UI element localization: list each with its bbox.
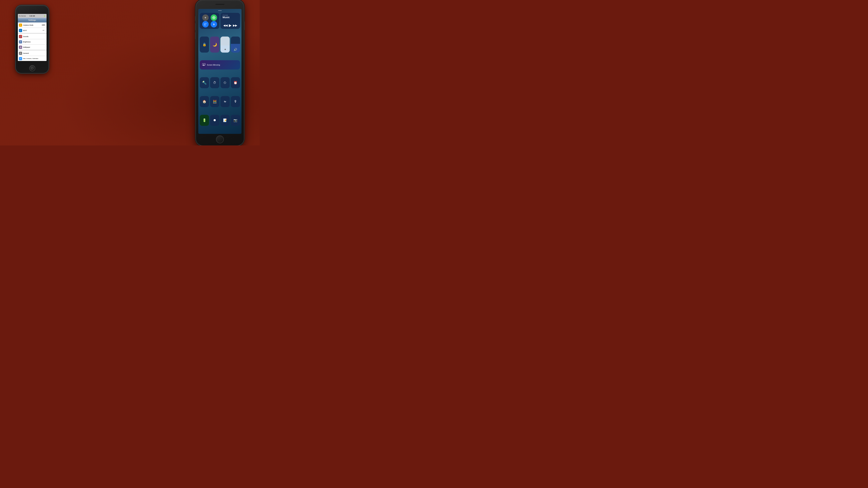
settings-title: Settings (28, 19, 36, 21)
torch-btn[interactable]: 🔦 (200, 77, 209, 88)
volume-icon: 🔊 (234, 48, 237, 51)
rewind-button[interactable]: ◀◀ (223, 24, 227, 27)
wifi-btn[interactable]: ((° (202, 21, 209, 27)
screen-record-btn[interactable]: ⏺ (210, 115, 219, 126)
lock-rotation-btn[interactable]: 🔒 (200, 36, 209, 53)
wifi-chevron: › (45, 30, 45, 31)
brightness-item[interactable]: ☀ Brightness › (18, 39, 46, 44)
alarm-icon: ⏰ (234, 81, 237, 85)
brightness-btn[interactable]: ✦ (220, 36, 230, 53)
screen-record-icon: ⏺ (213, 118, 216, 122)
wifi-icon: ((° (204, 23, 207, 26)
sounds-chevron: › (45, 36, 45, 37)
stopwatch-btn[interactable]: ⏲ (220, 77, 230, 88)
battery-icon: 🔋 (44, 15, 45, 17)
mail-label: Mail, Contacts, Calendars (23, 58, 45, 59)
brightness-icon: ☀ (19, 40, 22, 43)
control-center-grid: ✈ (200, 13, 240, 132)
wifi-label: Wi-Fi (23, 30, 42, 31)
fast-forward-button[interactable]: ▶▶ (233, 24, 237, 27)
timer-btn[interactable]: ⏱ (210, 77, 219, 88)
play-button[interactable]: ▶ (229, 23, 231, 27)
svg-marker-9 (203, 64, 204, 65)
power-button[interactable] (244, 22, 245, 30)
settings-list: ✈ Airplane Mode OFF ((° Wi-Fi Off › (18, 23, 46, 61)
stopwatch-icon: ⏲ (223, 81, 227, 85)
airplane-mode-item[interactable]: ✈ Airplane Mode OFF (18, 23, 46, 28)
camera-icon: 📷 (234, 118, 237, 122)
notes-btn[interactable]: 📝 (220, 115, 230, 126)
home-app-btn[interactable]: 🏠 (200, 96, 209, 107)
screen-mirror-btn[interactable]: Screen Mirroring (200, 60, 240, 69)
alarm-btn[interactable]: ⏰ (231, 77, 240, 88)
sounds-icon: 🔊 (19, 35, 22, 38)
battery-icon: 🔋 (203, 118, 206, 122)
night-mode-btn[interactable]: 🌙 (210, 36, 219, 53)
timer-icon: ⏱ (213, 81, 216, 85)
airplane-mode-icon: ✈ (19, 24, 22, 27)
cellular-icon (212, 16, 215, 19)
iphone-new-body: ✈ (196, 0, 244, 145)
battery-saver-btn[interactable]: 🔋 (200, 115, 209, 126)
apple-tv-btn[interactable]: tv (220, 96, 230, 107)
mail-chevron: › (45, 58, 45, 60)
volume-up-button[interactable] (195, 23, 196, 30)
cc-row-1: ✈ (200, 13, 240, 29)
volume-down-button[interactable] (195, 32, 196, 39)
brightness-icon: ✦ (224, 48, 226, 51)
connectivity-tile: ✈ (200, 13, 219, 29)
iphone-old: No Service 4:20 AM 🔋 Settings ✈ Airplane… (16, 5, 49, 73)
music-tile[interactable]: IPHONE Music ◀◀ ▶ ▶▶ (220, 13, 240, 29)
calculator-btn[interactable]: 🧮 (210, 96, 219, 107)
screen-mirror-icon (202, 63, 206, 66)
airplane-mode-toggle[interactable]: OFF (41, 24, 45, 26)
torch-icon: 🔦 (202, 80, 207, 85)
general-item[interactable]: ⚙ General › (18, 51, 46, 56)
airplane-mode-btn[interactable]: ✈ (202, 14, 209, 21)
bluetooth-btn[interactable]: ʙ (211, 21, 217, 27)
mute-switch[interactable] (195, 16, 196, 21)
iphone-old-speaker (29, 8, 36, 10)
iphone-old-home-button[interactable] (29, 65, 35, 71)
voice-memos-btn[interactable]: 🎙 (231, 96, 240, 107)
control-center-background: ✈ (198, 9, 242, 134)
iphone-old-screen: No Service 4:20 AM 🔋 Settings ✈ Airplane… (18, 14, 46, 61)
camera-btn[interactable]: 📷 (231, 115, 240, 126)
music-app-label: Music (223, 16, 238, 19)
mail-item[interactable]: ✉ Mail, Contacts, Calendars › (18, 56, 46, 61)
sounds-item[interactable]: 🔊 Sounds › (18, 34, 46, 39)
iphone-new: ✈ (196, 0, 244, 145)
music-device-label: IPHONE Music (223, 14, 238, 19)
sounds-label: Sounds (23, 36, 45, 37)
notes-icon: 📝 (223, 118, 227, 122)
cc-row-5: 🏠 🧮 tv 🎙 (200, 96, 240, 107)
iphone-new-speaker (215, 4, 224, 5)
old-settings-header: Settings (18, 18, 46, 23)
apple-tv-icon: tv (224, 100, 226, 103)
home-button-square (31, 67, 33, 69)
wallpaper-item[interactable]: 🖼 Wallpaper › (18, 44, 46, 50)
brightness-label: Brightness (23, 41, 45, 43)
volume-btn[interactable]: 🔊 (231, 36, 240, 53)
voice-memos-icon: 🎙 (234, 100, 237, 103)
wallpaper-label: Wallpaper (23, 46, 45, 48)
cc-row-6: 🔋 ⏺ 📝 📷 (200, 115, 240, 126)
cc-row-4: 🔦 ⏱ ⏲ ⏰ (200, 77, 240, 88)
airplane-mode-label: Airplane Mode (23, 24, 41, 26)
general-icon: ⚙ (19, 52, 22, 55)
wallpaper-icon: 🖼 (19, 45, 22, 49)
brightness-chevron: › (45, 41, 45, 43)
iphone-new-home-button[interactable] (216, 135, 224, 143)
cellular-btn[interactable] (211, 14, 217, 21)
drag-handle (218, 10, 222, 11)
time-label: 4:20 AM (29, 15, 35, 17)
control-center-screen: ✈ (198, 9, 242, 134)
wifi-icon: ((° (19, 29, 22, 32)
svg-point-1 (213, 17, 214, 18)
iphone-old-body: No Service 4:20 AM 🔋 Settings ✈ Airplane… (16, 5, 49, 73)
wifi-value: Off (42, 30, 44, 31)
old-status-bar: No Service 4:20 AM 🔋 (18, 14, 46, 18)
calculator-icon: 🧮 (213, 100, 217, 103)
wifi-item[interactable]: ((° Wi-Fi Off › (18, 28, 46, 33)
moon-icon: 🌙 (213, 42, 217, 47)
